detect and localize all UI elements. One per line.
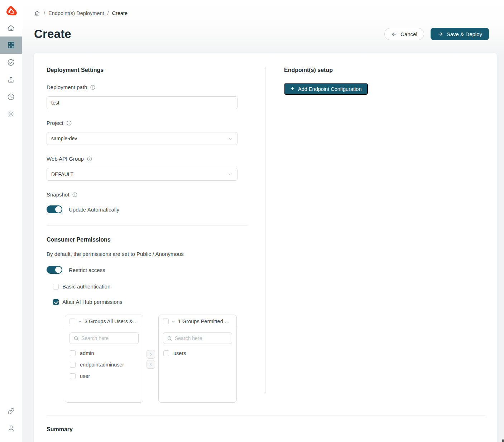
hub-permissions-checkbox-row[interactable]: Altair AI Hub permissions	[53, 299, 248, 305]
deployment-path-input[interactable]	[47, 96, 237, 109]
info-icon[interactable]	[90, 84, 96, 90]
sidebar-item-processes[interactable]	[0, 54, 22, 71]
transfer-panel-permitted-groups: 1 Groups Permitted Us... users	[158, 315, 237, 403]
chevron-down-icon	[171, 319, 176, 324]
altair-logo[interactable]	[0, 0, 22, 19]
info-icon[interactable]	[66, 120, 72, 126]
project-select-value: sample-dev	[51, 136, 77, 141]
project-field: Project sample-dev	[47, 120, 248, 145]
breadcrumb-home[interactable]	[34, 10, 40, 16]
web-api-group-select-value: DEFAULT	[51, 171, 73, 177]
sidebar-item-deploy[interactable]	[0, 71, 22, 88]
save-deploy-button[interactable]: Save & Deploy	[431, 28, 489, 40]
header-actions: Cancel Save & Deploy	[384, 28, 489, 40]
basic-authentication-checkbox[interactable]	[53, 284, 59, 290]
basic-authentication-checkbox-row[interactable]: Basic authentication	[53, 283, 248, 290]
hub-permissions-label: Altair AI Hub permissions	[62, 299, 123, 305]
sidebar-item-settings[interactable]	[0, 105, 22, 122]
arrow-right-icon	[437, 31, 443, 37]
transfer-controls	[147, 350, 155, 369]
altair-logo-icon	[5, 5, 17, 17]
transfer-list-item[interactable]: endpointadminuser	[65, 359, 143, 370]
item-label: user	[80, 373, 90, 379]
breadcrumb: / Endpoint(s) Deployment / Create	[22, 0, 504, 19]
chevron-down-icon	[228, 172, 233, 177]
home-icon	[34, 10, 40, 16]
restrict-access-label: Restrict access	[69, 267, 105, 273]
cancel-button[interactable]: Cancel	[384, 28, 424, 40]
transfer-left-list: adminendpointadminuseruser	[65, 345, 143, 384]
sidebar-item-deployments[interactable]	[0, 37, 22, 54]
summary-list: Your Endpoint Deployment is assigned to …	[47, 440, 484, 442]
item-checkbox[interactable]	[70, 373, 76, 379]
summary-section: Summary Your Endpoint Deployment is assi…	[47, 426, 484, 442]
plus-icon: +	[291, 85, 294, 92]
link-icon	[7, 407, 15, 415]
page-header: Create Cancel Save & Deploy	[22, 19, 504, 41]
transfer-left-header[interactable]: 3 Groups All Users & G...	[65, 315, 143, 328]
transfer-right-list: users	[159, 345, 236, 361]
transfer-list-item[interactable]: user	[65, 370, 143, 382]
transfer-left-header-label: 3 Groups All Users & G...	[85, 319, 139, 324]
deploy-upload-icon	[7, 76, 15, 84]
search-icon	[73, 336, 79, 341]
add-endpoint-configuration-button[interactable]: + Add Endpoint Configuration	[284, 83, 368, 95]
sync-check-icon	[7, 58, 15, 67]
transfer-panel-all-groups: 3 Groups All Users & G... adminendpointa…	[65, 315, 143, 403]
breadcrumb-item-create: Create	[112, 10, 128, 16]
transfer-list-item[interactable]: admin	[65, 348, 143, 359]
snapshot-field: Snapshot Update Automatically	[47, 191, 248, 213]
update-automatically-label: Update Automatically	[69, 207, 119, 213]
item-label: endpointadminuser	[80, 362, 124, 368]
info-icon[interactable]	[87, 156, 92, 162]
transfer-list-item[interactable]: users	[159, 348, 236, 359]
summary-heading: Summary	[47, 426, 484, 433]
home-icon	[7, 24, 15, 32]
save-deploy-button-label: Save & Deploy	[447, 31, 482, 37]
item-checkbox[interactable]	[70, 362, 76, 368]
item-checkbox[interactable]	[163, 350, 169, 356]
sidebar-item-home[interactable]	[0, 19, 22, 37]
scrollbar-corner-artifact	[502, 439, 504, 442]
summary-bullet: Your Endpoint Deployment is assigned to …	[47, 440, 484, 442]
sidebar-item-links[interactable]	[0, 403, 22, 420]
select-all-checkbox[interactable]	[163, 319, 169, 324]
sidebar-item-history[interactable]	[0, 88, 22, 105]
transfer-right-search[interactable]	[163, 332, 232, 344]
summary-divider	[47, 416, 485, 416]
transfer-right-header[interactable]: 1 Groups Permitted Us...	[159, 315, 236, 328]
cancel-button-label: Cancel	[400, 31, 417, 37]
transfer-right-search-input[interactable]	[175, 335, 228, 341]
item-checkbox[interactable]	[70, 350, 76, 356]
hub-permissions-checkbox[interactable]	[53, 299, 59, 305]
deployment-settings-column: Deployment Settings Deployment path Proj…	[47, 67, 248, 403]
transfer-left-search-input[interactable]	[81, 335, 135, 341]
web-api-group-field: Web API Group DEFAULT	[47, 156, 248, 181]
sidebar	[0, 0, 22, 442]
endpoint-setup-column: Endpoint(s) setup + Add Endpoint Configu…	[266, 67, 484, 403]
web-api-group-select[interactable]: DEFAULT	[47, 168, 237, 181]
breadcrumb-separator: /	[107, 10, 109, 16]
deployment-path-label: Deployment path	[47, 84, 87, 90]
app-window: / Endpoint(s) Deployment / Create Create…	[0, 0, 504, 442]
sidebar-item-account[interactable]	[0, 420, 22, 437]
restrict-access-toggle[interactable]	[47, 266, 62, 274]
info-icon[interactable]	[72, 192, 78, 198]
add-endpoint-configuration-label: Add Endpoint Configuration	[298, 86, 361, 92]
arrow-left-icon	[391, 31, 397, 37]
apps-grid-icon	[7, 41, 15, 49]
project-select[interactable]: sample-dev	[47, 132, 237, 145]
basic-authentication-label: Basic authentication	[62, 283, 110, 290]
move-right-button[interactable]	[147, 350, 155, 359]
move-left-button[interactable]	[147, 360, 155, 369]
select-all-checkbox[interactable]	[69, 319, 75, 324]
deployment-settings-heading: Deployment Settings	[47, 67, 248, 73]
breadcrumb-item-deployment[interactable]: Endpoint(s) Deployment	[48, 10, 104, 16]
transfer-left-search[interactable]	[69, 332, 139, 344]
main-area: / Endpoint(s) Deployment / Create Create…	[22, 0, 504, 442]
chevron-right-icon	[149, 352, 153, 356]
breadcrumb-separator: /	[44, 10, 45, 16]
sidebar-bottom-nav	[0, 403, 22, 442]
transfer-right-header-label: 1 Groups Permitted Us...	[178, 319, 232, 324]
update-automatically-toggle[interactable]	[47, 205, 62, 213]
